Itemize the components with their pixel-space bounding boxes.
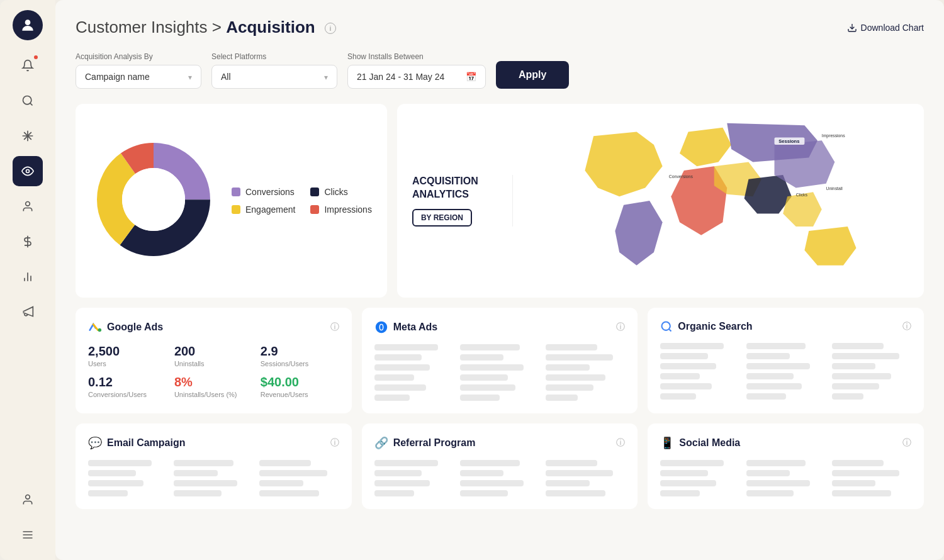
social-media-card: 📱 Social Media ⓘ [648, 423, 924, 509]
skel-col [660, 460, 739, 496]
svg-point-8 [26, 202, 30, 206]
skel-col-2 [746, 343, 826, 400]
platforms-chevron-icon [324, 72, 328, 82]
meta-ads-icon [374, 320, 388, 334]
analysis-label: Acquisition Analysis By [76, 52, 201, 61]
skel-line [88, 470, 136, 476]
skel-line [546, 480, 589, 486]
skel-line [746, 353, 790, 359]
filters-bar: Acquisition Analysis By Campaign name Se… [76, 52, 924, 89]
metric-revenue-label: Revenue/Users [261, 391, 339, 398]
metric-uninstall-pct-label: Uninstalls/Users (%) [174, 391, 253, 398]
referral-program-card: 🔗 Referral Program ⓘ [362, 423, 638, 509]
meta-ads-info-icon[interactable]: ⓘ [616, 322, 625, 333]
date-select[interactable]: 21 Jan 24 - 31 May 24 📅 [347, 65, 486, 89]
skel-line [546, 470, 613, 476]
skel-line [259, 470, 327, 476]
sidebar-item-eye[interactable] [13, 156, 43, 186]
svg-text:Sessions: Sessions [778, 138, 799, 144]
metric-uninstalls: 200 Uninstalls [174, 344, 253, 367]
legend-clicks: Clicks [310, 187, 371, 197]
sidebar-item-profile[interactable] [13, 484, 43, 515]
skel-line [546, 374, 605, 381]
skel-line [832, 343, 884, 349]
map-card: ACQUISITION ANALYTICS BY REGION [397, 104, 924, 298]
skel-line [88, 460, 152, 466]
organic-search-name: Organic Search [678, 321, 752, 332]
svg-line-33 [669, 329, 671, 332]
social-media-header: 📱 Social Media ⓘ [660, 436, 911, 450]
sidebar-item-notifications[interactable] [13, 50, 43, 81]
sidebar-item-chart[interactable] [13, 262, 43, 292]
sidebar-item-user[interactable] [13, 191, 43, 221]
metric-users: 2,500 Users [88, 344, 167, 367]
by-region-button[interactable]: BY REGION [412, 209, 472, 227]
metric-revenue-value: $40.00 [261, 375, 339, 389]
skel-line [660, 343, 724, 349]
download-chart-button[interactable]: Download Chart [847, 23, 924, 33]
skel-line [746, 470, 790, 476]
skel-line [174, 470, 217, 476]
skel-line [174, 460, 233, 466]
title-info-icon[interactable]: i [325, 23, 336, 34]
email-campaign-skeleton [88, 460, 339, 496]
page-title: Customer Insights > Acquisition i [76, 18, 336, 37]
google-ads-info-icon[interactable]: ⓘ [330, 322, 339, 333]
skel-line [460, 344, 520, 350]
svg-point-30 [98, 328, 102, 332]
sidebar-item-dollar[interactable] [13, 227, 43, 257]
google-ads-name: Google Ads [107, 322, 163, 333]
world-map-svg: Sessions Sessions Impressions Conversion… [528, 119, 909, 283]
metric-conv-users-value: 0.12 [88, 375, 167, 389]
skel-line [374, 344, 438, 350]
meta-ads-skeleton [374, 344, 626, 401]
sidebar-item-menu[interactable] [13, 520, 43, 550]
metric-sessions-value: 2.9 [261, 344, 339, 359]
skel-line [374, 480, 430, 486]
skel-line [660, 373, 700, 379]
meta-ads-name: Meta Ads [393, 322, 438, 333]
conversions-color-dot [232, 188, 240, 196]
platforms-filter-group: Select Platforms All [211, 52, 337, 89]
skel-col-1 [660, 343, 739, 400]
platforms-label: Select Platforms [211, 52, 337, 61]
skel-line [174, 480, 237, 486]
email-campaign-info-icon[interactable]: ⓘ [330, 437, 339, 449]
sidebar-item-search[interactable] [13, 86, 43, 116]
skel-line [374, 470, 422, 476]
legend-conversions: Conversions [232, 187, 295, 197]
avatar[interactable] [13, 10, 43, 40]
platforms-select[interactable]: All [211, 65, 337, 89]
apply-button[interactable]: Apply [496, 61, 569, 89]
skel-line [832, 373, 892, 379]
skel-line [259, 460, 311, 466]
skel-line [832, 363, 875, 369]
skel-line [746, 363, 810, 369]
svg-point-32 [662, 322, 670, 330]
skel-col-2 [460, 344, 539, 401]
skel-line [546, 395, 577, 401]
sidebar-item-snowflake[interactable] [13, 121, 43, 151]
donut-chart [91, 137, 216, 265]
organic-search-info-icon[interactable]: ⓘ [902, 321, 911, 332]
social-media-brand: 📱 Social Media [660, 436, 740, 450]
skel-line [660, 490, 700, 496]
skel-line [460, 470, 503, 476]
skel-col [374, 460, 454, 496]
referral-info-icon[interactable]: ⓘ [616, 437, 625, 449]
social-media-name: Social Media [679, 437, 740, 449]
metric-uninstall-pct-value: 8% [174, 375, 253, 389]
social-media-info-icon[interactable]: ⓘ [902, 437, 911, 449]
metric-uninstall-pct: 8% Uninstalls/Users (%) [174, 375, 253, 398]
skel-line [746, 490, 794, 496]
analysis-select[interactable]: Campaign name [76, 65, 201, 89]
meta-ads-card: Meta Ads ⓘ [362, 308, 638, 413]
skel-line [88, 490, 128, 496]
skel-col [88, 460, 167, 496]
map-left-panel: ACQUISITION ANALYTICS BY REGION [412, 175, 513, 227]
google-ads-metrics: 2,500 Users 200 Uninstalls 2.9 Sessions/… [88, 344, 339, 398]
engagement-color-dot [232, 205, 240, 214]
skel-line [746, 480, 810, 486]
metric-sessions-label: Sessions/Users [261, 360, 339, 367]
sidebar-item-megaphone[interactable] [13, 297, 43, 327]
